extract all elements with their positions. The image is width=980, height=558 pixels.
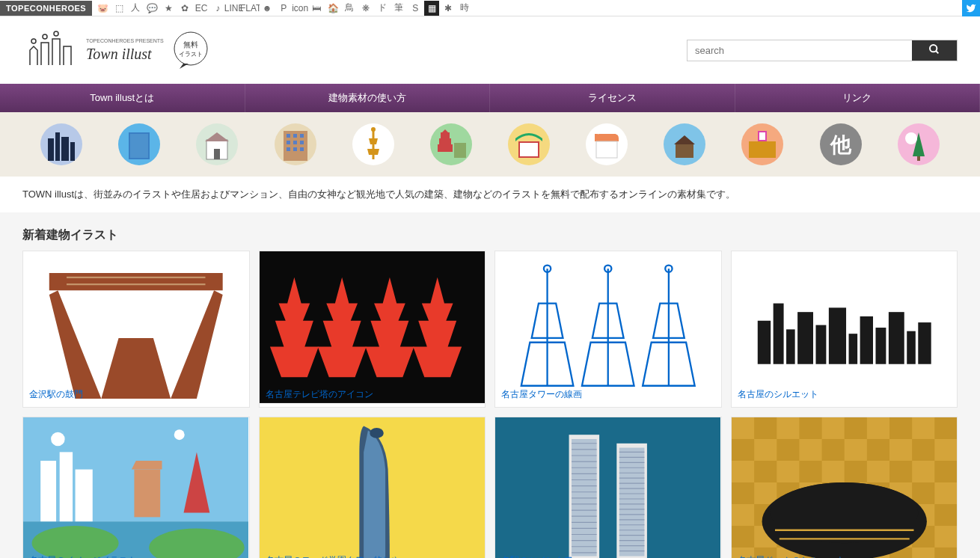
category-shrine[interactable] [508,123,550,165]
svg-rect-176 [934,504,957,526]
item-card[interactable]: 名古屋のモード学園タワー的なやつ [259,417,486,558]
top-icon-9[interactable]: FLAT [243,1,258,16]
top-icon-15[interactable]: 鳥 [342,1,357,16]
svg-rect-160 [866,439,889,461]
search-button[interactable] [912,40,957,61]
svg-line-9 [936,51,938,53]
item-thumbnail [732,251,958,382]
svg-rect-96 [40,461,56,521]
description-text: TOWN illustは、街並みのイラストや住居およびマンション、自由の女神など… [22,188,735,200]
nav-item-1[interactable]: 建物素材の使い方 [245,84,491,112]
svg-marker-31 [369,138,378,144]
category-temple[interactable] [430,123,472,165]
category-bar: 他 [0,112,980,177]
svg-rect-91 [918,322,931,364]
category-apartment[interactable] [275,123,316,165]
main-nav: Town illustとは建物素材の使い方ライセンスリンク [0,84,980,112]
top-icon-13[interactable]: 🛏 [309,1,324,16]
item-thumbnail [495,417,721,548]
top-icon-20[interactable]: ▦ [424,1,439,16]
twitter-button[interactable] [962,0,980,16]
category-shop[interactable] [586,123,628,165]
category-school[interactable] [741,123,783,165]
item-card[interactable]: 名古屋のシルエット [731,251,958,408]
item-card[interactable]: 名古屋ドームのシルエット [731,417,958,558]
top-icon-7[interactable]: ♪ [210,1,225,16]
svg-rect-82 [786,329,795,364]
svg-rect-22 [300,134,304,138]
item-card[interactable]: 名古屋テレビ塔のアイコン [259,251,486,408]
svg-point-102 [51,432,65,447]
svg-rect-27 [293,147,297,151]
nav-item-3[interactable]: リンク [735,84,981,112]
svg-rect-34 [441,132,450,138]
top-icon-19[interactable]: S [408,1,423,16]
top-icon-18[interactable]: 筆 [391,1,406,16]
svg-rect-25 [300,141,304,144]
item-card[interactable]: 名古屋タワーの線画 [494,251,722,408]
top-icon-0[interactable]: 🐷 [95,1,110,16]
item-thumbnail [260,417,486,548]
svg-point-105 [370,428,384,438]
top-icon-11[interactable]: P [276,1,291,16]
top-icon-1[interactable]: ⬚ [111,1,126,16]
content: 新着建物イラスト 金沢駅の鼓門名古屋テレビ塔のアイコン名古屋タワーの線画名古屋の… [0,212,980,558]
svg-rect-186 [934,548,957,558]
top-icon-6[interactable]: EC [194,1,209,16]
category-nature[interactable] [898,123,940,165]
top-icon-12[interactable]: icon [293,1,307,16]
site-logo[interactable]: TOPECONHEROES PRESENTS Town illust 無料 イラ… [22,28,217,73]
top-icon-3[interactable]: 💬 [144,1,159,16]
top-icon-16[interactable]: ❋ [358,1,373,16]
top-icon-22[interactable]: 時 [457,1,472,16]
svg-rect-87 [860,316,872,364]
svg-rect-162 [754,461,777,482]
svg-rect-97 [60,452,73,521]
category-other[interactable]: 他 [820,123,862,165]
item-thumbnail [732,417,958,548]
item-card[interactable]: 名駅のツインタワー [494,417,722,558]
top-icon-5[interactable]: ✿ [177,1,192,16]
item-card[interactable]: 名古屋のイメージイラスト [22,417,250,558]
svg-text:無料: 無料 [183,40,198,49]
item-card[interactable]: 金沢駅の鼓門 [22,251,250,408]
svg-rect-152 [754,417,777,439]
top-icon-14[interactable]: 🏠 [325,1,340,16]
svg-rect-12 [61,137,69,161]
svg-text:イラスト: イラスト [179,51,203,58]
svg-rect-28 [300,147,304,151]
top-icon-17[interactable]: ド [375,1,390,16]
category-tower[interactable] [352,123,394,165]
svg-rect-18 [214,149,220,159]
logo-svg: TOPECONHEROES PRESENTS Town illust 無料 イラ… [22,28,217,73]
svg-rect-40 [595,134,598,141]
svg-rect-155 [889,417,912,439]
svg-rect-100 [134,470,160,518]
nav-item-2[interactable]: ライセンス [490,84,735,112]
top-icons: 🐷⬚人💬★✿EC♪LINEFLAT☻Picon🛏🏠鳥❋ド筆S▦✱時 [95,1,962,16]
category-building[interactable] [118,123,160,165]
svg-rect-156 [934,417,957,439]
search-input[interactable] [687,40,912,61]
top-icon-2[interactable]: 人 [128,1,143,16]
category-cityscape[interactable] [40,123,82,165]
svg-marker-17 [205,132,229,141]
svg-rect-177 [732,526,754,548]
svg-rect-154 [844,417,866,439]
svg-text:他: 他 [830,133,852,156]
svg-rect-83 [797,312,813,364]
svg-point-30 [371,127,376,132]
svg-rect-10 [48,138,54,161]
top-icon-4[interactable]: ★ [161,1,176,16]
top-icon-21[interactable]: ✱ [441,1,456,16]
category-house[interactable] [196,123,238,165]
svg-point-8 [930,45,937,52]
nav-item-0[interactable]: Town illustとは [0,84,245,112]
search-box [687,40,958,61]
svg-rect-15 [130,134,148,158]
top-icon-10[interactable]: ☻ [260,1,275,16]
item-thumbnail [260,251,486,382]
category-cabin[interactable] [664,123,705,165]
svg-rect-80 [757,321,770,364]
svg-rect-159 [821,439,844,461]
